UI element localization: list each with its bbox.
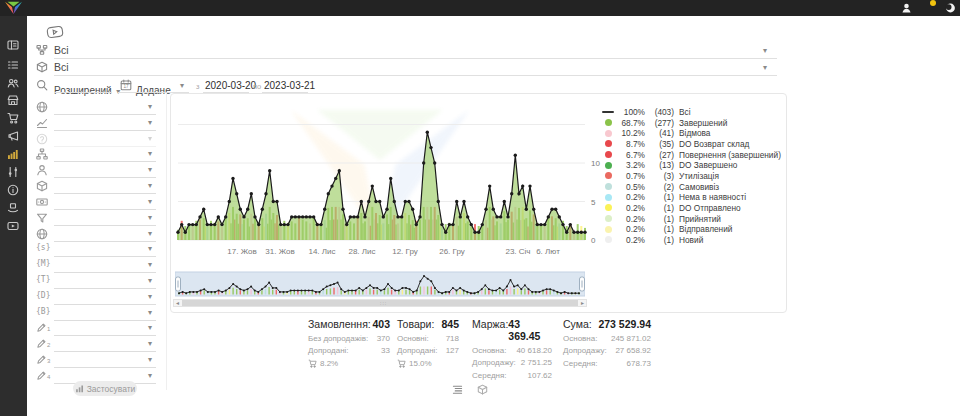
stat-label: Сума: [563,318,592,330]
chart-scrollbar[interactable]: ◂ ▸ ::: [173,299,587,307]
chevron-down-icon: ▾ [148,230,152,238]
filter-manager-dropdown[interactable]: ▾ [34,164,160,179]
scroll-right-icon[interactable]: ▸ [581,300,584,307]
legend-row[interactable]: 6.7% (27) Повернення (завершений) [605,150,785,160]
filter-region-dropdown[interactable]: ▾ [34,101,160,116]
filter-structure-dropdown[interactable]: ▾ [34,148,160,163]
sidebar-item-store[interactable] [7,94,21,108]
underline [54,256,156,257]
category-filter-value: Всі [54,44,69,56]
category-filter-dropdown[interactable]: Всі ▾ [36,44,777,59]
chart-navigator[interactable] [175,271,585,298]
stat-sub-label: Середня: [472,371,507,380]
sidebar-item-marketing[interactable] [7,130,21,144]
sidebar-item-settings[interactable] [7,166,21,180]
cart-icon [308,359,317,368]
list-view-icon[interactable] [452,384,463,395]
legend-row[interactable]: 10.2% (41) Відмова [605,128,785,138]
legend-row[interactable]: 8.7% (35) DO Возврат склад [605,139,785,149]
chevron-down-icon: ▾ [148,198,152,206]
filter-custom-d-dropdown[interactable]: {D} ▾ [34,291,160,306]
cart-icon [397,359,406,368]
legend-row[interactable]: 68.7% (277) Завершений [605,118,785,128]
sidebar-item-products[interactable] [7,202,21,216]
product-filter-dropdown[interactable]: Всі ▾ [36,61,777,76]
filter-custom-t-dropdown[interactable]: {T} ▾ [34,275,160,290]
chevron-down-icon[interactable]: ▾ [180,82,184,90]
filter-website-dropdown[interactable]: ▾ [34,228,160,243]
theme-moon-icon[interactable] [945,2,957,14]
sidebar-item-sales[interactable] [7,112,21,126]
underline [54,335,156,336]
brand-logo[interactable] [4,1,23,15]
web-icon [36,228,48,240]
filter-custom-s-dropdown[interactable]: {s} ▾ [34,243,160,258]
legend-count: (13) [647,160,674,170]
legend-label: Новий [679,235,703,245]
filter-custom-field-1-dropdown[interactable]: 1 ▾ [34,322,160,337]
stat-value: 845 [441,318,459,330]
apply-button-label: Застосувати [87,384,136,394]
stat-sub-value: 107.62 [528,371,552,380]
sidebar-item-analytics[interactable] [7,148,21,162]
box-view-icon[interactable] [477,384,488,395]
stat-sub-value: 15.0% [409,359,432,368]
legend-count: (403) [647,107,674,117]
legend-percent: 0.2% [616,224,645,234]
underline [54,304,156,305]
filter-funnel-trend-dropdown[interactable]: ▾ [34,117,160,132]
braces-icon: {T} [36,275,48,287]
scroll-left-icon[interactable]: ◂ [176,300,179,307]
legend-row[interactable]: 0.7% (3) Утилізація [605,171,785,181]
legend-row[interactable]: 0.2% (1) Новий [605,235,785,245]
legend-color-dot [605,194,612,201]
stat-sub-value: 127 [446,346,459,355]
legend-row[interactable]: 0.2% (1) Відправлений [605,224,785,234]
filter-custom-m-dropdown[interactable]: {M} ▾ [34,259,160,274]
filter-custom-field-3-dropdown[interactable]: 3 ▾ [34,354,160,369]
legend-row[interactable]: 3.2% (13) DO Завершено [605,160,785,170]
legend-row[interactable]: 0.2% (1) Нема в наявності [605,192,785,202]
product-filter-value: Всі [54,61,69,73]
legend-percent: 3.2% [616,160,645,170]
stat-sub-value: 718 [446,334,459,343]
stat-main-row: Маржа: 43 369.45 [472,318,552,342]
money-icon [36,196,48,208]
underline [54,58,777,59]
stat-sub-label: Середня: [563,359,598,368]
svg-text:28. Лис: 28. Лис [348,247,375,256]
date-to-input[interactable]: 2023-03-21 [264,80,315,91]
filter-custom-b-dropdown[interactable]: {B} ▾ [34,307,160,322]
sidebar-item-dashboard[interactable] [7,39,21,53]
chevron-down-icon: ▾ [148,245,152,253]
stat-subrow: Основна: 245 871.02 [563,334,651,343]
user-icon[interactable] [901,2,913,14]
stat-sub-value: 40 618.20 [516,346,552,355]
chevron-down-icon: ▾ [148,150,152,158]
search-mode-dropdown[interactable]: Розширений ▾ [54,80,120,98]
video-help-button[interactable] [46,25,64,39]
legend-row[interactable]: 0.2% (1) DO Отправлено [605,203,785,213]
stat-sub-label: Допродажу: [563,346,607,355]
date-from-input[interactable]: 2020-03-20 [205,80,256,91]
apply-button[interactable]: Застосувати [73,381,137,396]
filter-funnel-dropdown[interactable]: ▾ [34,212,160,227]
filter-custom-field-2-dropdown[interactable]: 2 ▾ [34,338,160,353]
legend-count: (1) [647,203,674,213]
sidebar-item-tutorials[interactable] [7,220,21,234]
stat-value: 273 529.94 [598,318,651,330]
legend-count: (277) [647,118,674,128]
navigator-left-handle [176,277,181,291]
chevron-down-icon: ▾ [148,182,152,190]
legend-percent: 0.5% [616,182,645,192]
legend-row[interactable]: 0.2% (1) Прийнятий [605,214,785,224]
sidebar-item-info[interactable] [7,184,21,198]
sidebar-item-orders[interactable] [7,59,21,73]
legend-row[interactable]: 100% (403) Всі [605,107,785,117]
filter-help-dropdown[interactable]: ▾ [34,133,160,148]
sidebar-item-customers[interactable] [7,77,21,91]
filter-product-dropdown[interactable]: ▾ [34,180,160,195]
chevron-down-icon: ▾ [148,261,152,269]
filter-payment-dropdown[interactable]: ▾ [34,196,160,211]
legend-row[interactable]: 0.5% (2) Самовивіз [605,182,785,192]
